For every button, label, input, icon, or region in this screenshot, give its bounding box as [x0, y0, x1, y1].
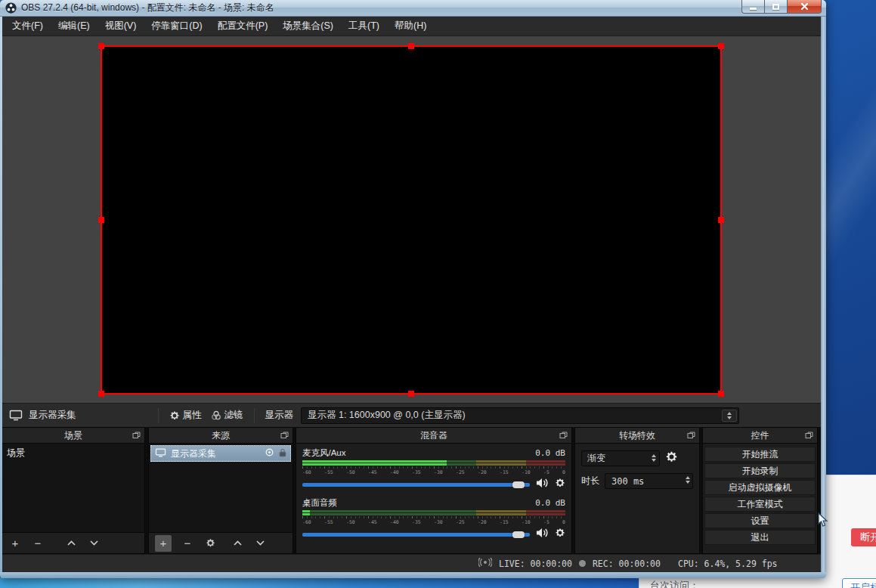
popout-icon[interactable]: [280, 432, 289, 439]
controls-body: 开始推流 开始录制 启动虚拟摄像机 工作室模式 设置 退出: [703, 443, 817, 553]
window-border-right: [821, 17, 826, 572]
resize-handle-middle-left[interactable]: [98, 217, 104, 223]
duration-spinner[interactable]: [686, 476, 690, 484]
gear-icon: [169, 410, 180, 421]
source-properties-button[interactable]: [203, 536, 217, 551]
gear-icon[interactable]: [555, 528, 565, 541]
minimize-icon: [750, 8, 757, 10]
mixer-channel-desktop: 桌面音频 0.0 dB -60-55-50-45-40-35-30-25-20-…: [302, 497, 565, 540]
volume-slider-handle[interactable]: [512, 531, 525, 538]
resize-handle-top-right[interactable]: [718, 43, 724, 49]
gear-icon[interactable]: [555, 478, 565, 491]
chevron-down-icon: [652, 459, 656, 462]
mixer-body: 麦克风/Aux 0.0 dB -60-55-50-45-40-35-30-25-…: [296, 443, 571, 553]
menu-item-tools[interactable]: 工具(T): [341, 17, 387, 36]
channel-volume-db: 0.0 dB: [535, 448, 565, 458]
maximize-button[interactable]: [765, 0, 787, 14]
display-select[interactable]: 显示器 1: 1600x900 @ 0,0 (主显示器): [301, 407, 739, 424]
annotate-button[interactable]: 开启标注: [842, 578, 876, 588]
monitor-icon: [155, 448, 166, 460]
exit-button[interactable]: 退出: [704, 530, 816, 545]
cpu-stats: CPU: 6.4%, 5.29 fps: [678, 559, 778, 569]
resize-handle-bottom-right[interactable]: [718, 391, 724, 397]
volume-slider[interactable]: [302, 483, 530, 487]
sources-list: 显示器采集: [149, 443, 293, 532]
chevron-up-icon: [727, 412, 732, 415]
popout-icon[interactable]: [559, 432, 568, 439]
meter-scale: -60-55-50-45-40-35-30-25-20-15-10-50: [302, 469, 565, 475]
menu-item-help[interactable]: 帮助(H): [387, 17, 434, 36]
menu-item-profile[interactable]: 配置文件(P): [210, 17, 276, 36]
scene-canvas[interactable]: [101, 45, 722, 395]
source-item-label: 显示器采集: [171, 447, 260, 460]
sources-panel-title: 来源: [212, 429, 230, 442]
controls-panel-header: 控件: [703, 428, 817, 443]
popout-icon[interactable]: [132, 432, 141, 439]
menu-item-file[interactable]: 文件(F): [5, 17, 51, 36]
duration-field[interactable]: 300 ms: [605, 473, 693, 489]
menu-item-edit[interactable]: 编辑(E): [51, 17, 98, 36]
meter-level: [302, 463, 447, 466]
move-scene-up-button[interactable]: [64, 536, 78, 551]
close-button[interactable]: [787, 0, 822, 14]
scene-list-item[interactable]: 场景: [2, 444, 144, 463]
transitions-panel: 转场特效 渐变: [574, 427, 700, 554]
scenes-list: 场景: [2, 443, 144, 532]
record-dot-icon: [579, 560, 586, 567]
popout-icon[interactable]: [687, 432, 695, 439]
speaker-icon[interactable]: [536, 528, 549, 541]
display-select-spinner[interactable]: [722, 410, 737, 422]
resize-handle-bottom-center[interactable]: [408, 391, 414, 397]
source-list-item-selected[interactable]: 显示器采集: [150, 445, 291, 462]
speaker-icon[interactable]: [536, 478, 549, 491]
menu-item-view[interactable]: 视图(V): [98, 17, 144, 36]
start-virtual-camera-button[interactable]: 启动虚拟摄像机: [704, 480, 816, 495]
move-scene-down-button[interactable]: [87, 536, 101, 551]
toolbar-divider: [158, 408, 159, 423]
settings-button[interactable]: 设置: [704, 513, 816, 528]
filters-button[interactable]: 滤镜: [206, 406, 248, 425]
add-source-button[interactable]: +: [155, 535, 172, 552]
disconnect-button[interactable]: 断开: [851, 528, 876, 546]
eye-icon[interactable]: [265, 448, 274, 459]
meter-tickmarks: [302, 466, 565, 469]
start-recording-button[interactable]: 开始录制: [704, 463, 816, 478]
properties-button[interactable]: 属性: [165, 406, 206, 425]
volume-slider-handle[interactable]: [512, 481, 525, 488]
add-scene-button[interactable]: +: [8, 536, 22, 551]
mixer-panel-header: 混音器: [296, 428, 571, 443]
channel-name: 桌面音频: [302, 497, 337, 509]
filters-label: 滤镜: [224, 409, 243, 422]
move-source-up-button[interactable]: [231, 536, 244, 551]
menu-item-scene-collection[interactable]: 场景集合(S): [275, 17, 341, 36]
resize-handle-top-center[interactable]: [408, 43, 414, 49]
lock-icon[interactable]: [279, 448, 286, 460]
chevron-down-icon: [256, 540, 265, 546]
start-streaming-button[interactable]: 开始推流: [704, 447, 816, 462]
transition-select[interactable]: 渐变: [581, 450, 660, 466]
window-title: OBS 27.2.4 (64-bit, windows) - 配置文件: 未命名…: [21, 2, 274, 14]
minimize-button[interactable]: [741, 0, 765, 14]
menu-item-docks[interactable]: 停靠窗口(D): [144, 17, 209, 36]
move-source-down-button[interactable]: [253, 536, 267, 551]
display-label: 显示器: [265, 409, 294, 422]
studio-mode-button[interactable]: 工作室模式: [704, 497, 816, 512]
scenes-toolbar: + −: [2, 532, 144, 553]
transition-settings-gear-icon[interactable]: [665, 450, 678, 466]
volume-slider[interactable]: [302, 533, 530, 537]
chevron-up-icon: [234, 540, 242, 546]
meter-level: [302, 510, 310, 512]
desktop-bottom-strip: [0, 577, 639, 588]
meter-level: [302, 460, 447, 463]
sources-panel-header: 来源: [149, 428, 293, 443]
popout-icon[interactable]: [805, 432, 813, 439]
broadcast-icon: [478, 558, 492, 569]
remove-scene-button[interactable]: −: [31, 536, 45, 551]
resize-handle-middle-right[interactable]: [718, 217, 724, 223]
resize-handle-bottom-left[interactable]: [98, 391, 104, 397]
scenes-panel-title: 场景: [64, 429, 82, 442]
resize-handle-top-left[interactable]: [98, 43, 104, 49]
meter-tickmarks: [302, 516, 565, 518]
remove-source-button[interactable]: −: [181, 536, 194, 551]
scenes-panel-header: 场景: [2, 428, 144, 443]
